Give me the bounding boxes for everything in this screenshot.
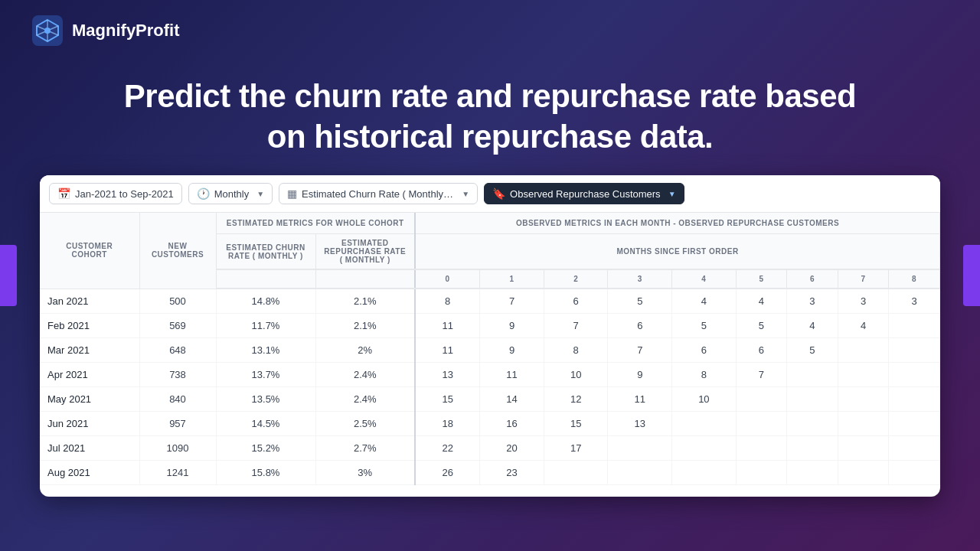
- section-estimated-header: ESTIMATED METRICS FOR WHOLE COHORT: [216, 213, 415, 234]
- cell-cohort: May 2021: [40, 387, 139, 412]
- cell-month-0: 15: [415, 387, 480, 412]
- cell-new-customers: 569: [139, 314, 216, 338]
- hero-text: Predict the churn rate and repurchase ra…: [61, 77, 919, 157]
- cell-month-6: 5: [787, 338, 838, 363]
- cell-churn-rate: 11.7%: [216, 314, 315, 338]
- cell-new-customers: 1090: [139, 436, 216, 461]
- col-header-churn-rate: ESTIMATED CHURN RATE ( MONTHLY ): [216, 234, 315, 270]
- cell-month-4: [672, 412, 737, 436]
- right-side-tab: [963, 245, 980, 306]
- observed-selector[interactable]: 🔖 Observed Repurchase Customers ▼: [484, 183, 684, 204]
- table-row: Jan 202150014.8%2.1%876544333: [40, 289, 940, 314]
- cell-month-1: 16: [480, 412, 544, 436]
- cell-month-8: [889, 363, 940, 387]
- cell-month-5: [736, 412, 787, 436]
- observed-value: Observed Repurchase Customers: [510, 188, 661, 200]
- chevron-down-icon-2: ▼: [462, 190, 469, 198]
- table-container[interactable]: CUSTOMER COHORT NEW CUSTOMERS ESTIMATED …: [40, 213, 940, 497]
- cell-month-3: 6: [608, 314, 672, 338]
- cell-month-0: 18: [415, 412, 480, 436]
- cell-month-4: 10: [672, 387, 737, 412]
- table-row: Jul 2021109015.2%2.7%222017: [40, 436, 940, 461]
- cell-churn-rate: 13.1%: [216, 338, 315, 363]
- cell-month-0: 11: [415, 338, 480, 363]
- cell-month-5: [736, 461, 787, 485]
- cell-month-6: [787, 387, 838, 412]
- cell-month-5: [736, 387, 787, 412]
- table-row: Feb 202156911.7%2.1%119765544: [40, 314, 940, 338]
- cell-month-8: [889, 314, 940, 338]
- cell-month-8: [889, 412, 940, 436]
- cell-repurchase-rate: 3%: [315, 461, 415, 485]
- cell-month-6: [787, 461, 838, 485]
- cell-month-3: 7: [608, 338, 672, 363]
- date-range-picker[interactable]: 📅 Jan-2021 to Sep-2021: [49, 183, 182, 204]
- cell-new-customers: 648: [139, 338, 216, 363]
- cell-repurchase-rate: 2.5%: [315, 412, 415, 436]
- frequency-selector[interactable]: 🕐 Monthly ▼: [188, 183, 273, 204]
- logo-container: MagnifyProfit: [31, 14, 180, 47]
- cell-new-customers: 500: [139, 289, 216, 314]
- cell-churn-rate: 15.2%: [216, 436, 315, 461]
- cell-month-7: [838, 387, 889, 412]
- cell-month-1: 9: [480, 338, 544, 363]
- cell-cohort: Jan 2021: [40, 289, 139, 314]
- frequency-value: Monthly: [214, 188, 250, 200]
- cell-month-4: 6: [672, 338, 737, 363]
- cell-month-2: 10: [544, 363, 608, 387]
- left-side-tab: [0, 245, 17, 306]
- cell-month-4: 5: [672, 314, 737, 338]
- cell-month-3: 9: [608, 363, 672, 387]
- header: MagnifyProfit: [0, 0, 980, 61]
- section-observed-header: OBSERVED METRICS IN EACH MONTH - OBSERVE…: [415, 213, 940, 234]
- cell-month-6: [787, 363, 838, 387]
- cell-month-2: 12: [544, 387, 608, 412]
- table-row: Aug 2021124115.8%3%2623: [40, 461, 940, 485]
- cell-month-5: 6: [736, 338, 787, 363]
- main-card: 📅 Jan-2021 to Sep-2021 🕐 Monthly ▼ ▦ Est…: [40, 175, 940, 497]
- cell-churn-rate: 14.8%: [216, 289, 315, 314]
- cell-cohort: Jul 2021: [40, 436, 139, 461]
- cell-cohort: Aug 2021: [40, 461, 139, 485]
- cell-new-customers: 840: [139, 387, 216, 412]
- cell-month-8: [889, 338, 940, 363]
- cell-month-7: [838, 363, 889, 387]
- cell-new-customers: 738: [139, 363, 216, 387]
- cell-month-4: 4: [672, 289, 737, 314]
- month-col-2: 2: [544, 269, 608, 289]
- cell-month-6: [787, 412, 838, 436]
- hero-line2: on historical repurchase data.: [267, 119, 714, 155]
- metrics-value: Estimated Churn Rate ( Monthly ) , Estim…: [302, 188, 454, 200]
- cell-churn-rate: 14.5%: [216, 412, 315, 436]
- metrics-selector[interactable]: ▦ Estimated Churn Rate ( Monthly ) , Est…: [279, 183, 478, 204]
- col-header-churn-spacer: [216, 269, 315, 289]
- logo-icon: [31, 14, 64, 47]
- cell-month-0: 11: [415, 314, 480, 338]
- cell-month-4: 8: [672, 363, 737, 387]
- cell-month-7: [838, 338, 889, 363]
- cell-month-2: 6: [544, 289, 608, 314]
- cell-month-1: 23: [480, 461, 544, 485]
- cell-month-0: 13: [415, 363, 480, 387]
- month-col-8: 8: [889, 269, 940, 289]
- cell-cohort: Apr 2021: [40, 363, 139, 387]
- month-col-6: 6: [787, 269, 838, 289]
- cell-repurchase-rate: 2%: [315, 338, 415, 363]
- cell-month-4: [672, 436, 737, 461]
- col-header-repurchase-spacer: [315, 269, 415, 289]
- cell-cohort: Feb 2021: [40, 314, 139, 338]
- month-col-5: 5: [736, 269, 787, 289]
- cell-month-2: 7: [544, 314, 608, 338]
- bookmark-icon: 🔖: [492, 187, 505, 200]
- data-table: CUSTOMER COHORT NEW CUSTOMERS ESTIMATED …: [40, 213, 940, 485]
- cell-month-3: 11: [608, 387, 672, 412]
- cell-month-7: [838, 436, 889, 461]
- cell-month-1: 7: [480, 289, 544, 314]
- cell-month-7: 4: [838, 314, 889, 338]
- cell-month-4: [672, 461, 737, 485]
- cell-repurchase-rate: 2.4%: [315, 363, 415, 387]
- cell-churn-rate: 13.7%: [216, 363, 315, 387]
- cell-month-7: 3: [838, 289, 889, 314]
- cell-month-5: 5: [736, 314, 787, 338]
- cell-churn-rate: 15.8%: [216, 461, 315, 485]
